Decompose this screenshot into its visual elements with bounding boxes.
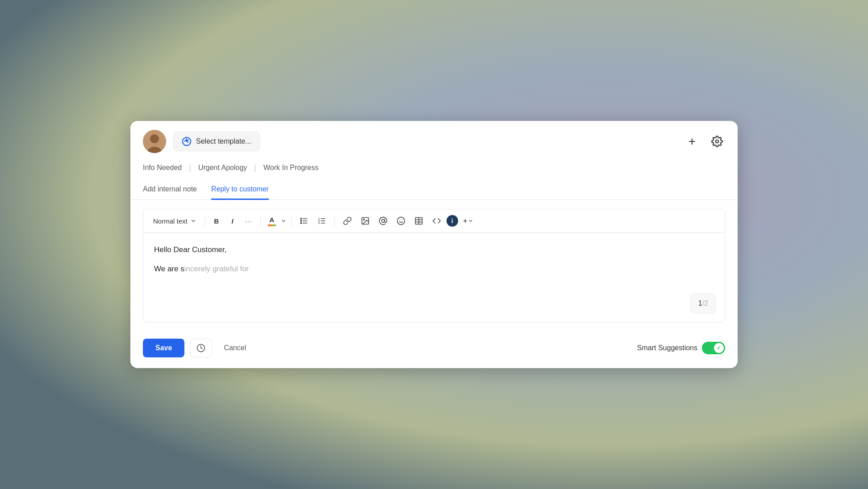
- template-selector[interactable]: Select template...: [173, 132, 260, 151]
- modal: Select template... + Info Needed | Urgen…: [130, 121, 738, 368]
- tab-add-internal-note[interactable]: Add internal note: [143, 180, 197, 200]
- page-indicator: 1/2: [691, 294, 716, 313]
- toggle-check: ✓: [717, 345, 721, 351]
- svg-point-10: [300, 223, 302, 224]
- toolbar-sep-2: [260, 215, 261, 226]
- editor-line2-prefix: We are s: [154, 265, 184, 273]
- editor-line-1: Hello Dear Customer,: [154, 244, 714, 256]
- info-button[interactable]: i: [447, 215, 458, 227]
- more-formatting-button[interactable]: ···: [242, 214, 256, 228]
- svg-point-4: [716, 140, 719, 143]
- tag-work-in-progress[interactable]: Work In Progress: [263, 162, 318, 174]
- bullet-list-button[interactable]: [296, 214, 312, 228]
- toggle-track: ✓: [702, 342, 725, 354]
- settings-button[interactable]: [709, 133, 725, 149]
- editor-line2-suffix: incerely grateful for: [184, 265, 249, 273]
- add-button[interactable]: +: [684, 133, 700, 149]
- text-format-label: Normal text: [153, 217, 188, 225]
- svg-point-20: [397, 217, 405, 225]
- ordered-list-button[interactable]: 123: [314, 214, 330, 228]
- tag-info-needed[interactable]: Info Needed: [143, 162, 182, 174]
- svg-point-18: [363, 219, 365, 220]
- font-color-button[interactable]: A: [265, 214, 279, 228]
- font-color-bar: [268, 224, 276, 226]
- smart-suggestions-toggle[interactable]: ✓: [702, 342, 725, 354]
- template-placeholder: Select template...: [196, 137, 251, 145]
- font-color-letter: A: [269, 216, 274, 224]
- avatar: [143, 130, 166, 153]
- smart-suggestions-row: Smart Suggestions ✓: [637, 342, 725, 354]
- save-button[interactable]: Save: [143, 339, 184, 357]
- bold-button[interactable]: B: [209, 214, 224, 228]
- tags-row: Info Needed | Urgent Apology | Work In P…: [130, 162, 738, 180]
- editor-toolbar: Normal text B I ··· A 123: [143, 209, 725, 233]
- smart-suggestions-label: Smart Suggestions: [637, 344, 697, 352]
- toolbar-sep-3: [291, 215, 292, 226]
- svg-text:3: 3: [318, 222, 320, 224]
- svg-point-9: [300, 220, 302, 222]
- modal-header: Select template... +: [130, 121, 738, 162]
- editor-content[interactable]: Hello Dear Customer, We are sincerely gr…: [143, 233, 725, 322]
- header-actions: +: [684, 133, 725, 149]
- toolbar-sep-1: [204, 215, 205, 226]
- editor-line-2: We are sincerely grateful for: [154, 263, 714, 275]
- emoji-button[interactable]: [393, 214, 409, 228]
- history-button[interactable]: [190, 339, 212, 357]
- more-options-button[interactable]: +: [460, 215, 477, 227]
- text-format-selector[interactable]: Normal text: [150, 215, 200, 227]
- svg-point-8: [300, 218, 302, 220]
- code-button[interactable]: [429, 214, 445, 228]
- footer-row: Save Cancel Smart Suggestions ✓: [130, 332, 738, 368]
- tag-divider-2: |: [254, 163, 256, 173]
- page-current: 1: [698, 299, 702, 307]
- page-total-num: 2: [704, 299, 708, 307]
- tag-divider-1: |: [189, 163, 191, 173]
- editor-greeting: Hello Dear Customer,: [154, 245, 227, 254]
- tab-reply-to-customer[interactable]: Reply to customer: [211, 180, 269, 200]
- table-button[interactable]: [411, 214, 427, 228]
- toggle-thumb: ✓: [714, 343, 724, 353]
- more-options-plus: +: [463, 217, 467, 224]
- svg-point-1: [150, 134, 159, 143]
- editor-container: Normal text B I ··· A 123: [143, 209, 725, 323]
- mention-button[interactable]: [375, 214, 391, 228]
- link-button[interactable]: [339, 214, 355, 228]
- tabs-row: Add internal note Reply to customer: [130, 180, 738, 200]
- font-color-chevron[interactable]: [280, 218, 287, 224]
- image-button[interactable]: [357, 214, 373, 228]
- cancel-button[interactable]: Cancel: [217, 340, 252, 356]
- tag-urgent-apology[interactable]: Urgent Apology: [198, 162, 247, 174]
- toolbar-sep-4: [334, 215, 335, 226]
- svg-point-19: [381, 220, 384, 223]
- italic-button[interactable]: I: [225, 214, 240, 228]
